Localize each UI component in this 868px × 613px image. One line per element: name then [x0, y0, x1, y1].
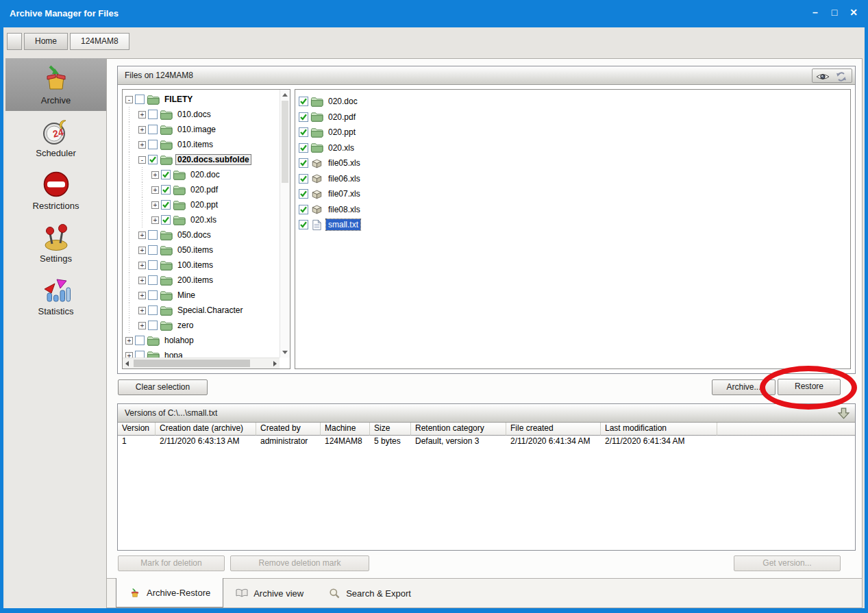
get-version-button[interactable]: Get version... — [734, 555, 841, 571]
file-list-item-file06-xls[interactable]: file06.xls — [295, 171, 850, 187]
tab-archive-restore[interactable]: Archive-Restore — [116, 578, 223, 608]
checkbox[interactable] — [148, 245, 158, 255]
maximize-button[interactable]: □ — [830, 7, 839, 18]
column-header-file-created[interactable]: File created — [506, 423, 601, 436]
scroll-down-icon[interactable] — [282, 351, 288, 354]
scroll-right-icon[interactable] — [273, 361, 277, 366]
sidebar-item-statistics[interactable]: Statistics — [5, 269, 106, 322]
file-list-item-020-doc[interactable]: 020.doc — [295, 94, 850, 110]
tree-item-020-doc[interactable]: +020.doc — [123, 167, 280, 182]
tree-item-200-items[interactable]: +200.items — [123, 273, 280, 288]
expand-icon[interactable]: + — [138, 247, 146, 254]
scroll-thumb[interactable] — [282, 101, 288, 183]
checkbox[interactable] — [135, 95, 145, 104]
tree-item-050-items[interactable]: +050.items — [123, 242, 280, 258]
checkbox[interactable] — [161, 170, 171, 179]
checkbox[interactable] — [148, 305, 158, 315]
tree-item-020-pdf[interactable]: +020.pdf — [123, 182, 280, 197]
checkbox[interactable] — [148, 260, 158, 270]
scroll-thumb-horizontal[interactable] — [134, 360, 250, 367]
file-list-item-020-pdf[interactable]: 020.pdf — [295, 110, 850, 125]
checkbox[interactable] — [148, 230, 158, 240]
tree-item-010-image[interactable]: +010.image — [123, 122, 280, 137]
checkbox[interactable] — [299, 143, 308, 153]
checkbox[interactable] — [148, 321, 158, 330]
tree-vertical-scrollbar[interactable] — [280, 90, 290, 358]
expand-icon[interactable]: + — [138, 322, 146, 329]
tree-item-holahop[interactable]: +holahop — [123, 333, 280, 348]
table-row[interactable]: 12/11/2020 6:43:13 AMadministrator124MAM… — [118, 436, 855, 449]
collapse-icon[interactable]: - — [125, 96, 133, 103]
tree-item-050-docs[interactable]: +050.docs — [123, 227, 280, 242]
checkbox[interactable] — [161, 215, 171, 225]
archive-button[interactable]: Archive... — [712, 379, 776, 395]
checkbox[interactable] — [299, 97, 308, 106]
column-header-last-modification[interactable]: Last modification — [601, 423, 717, 436]
checkbox[interactable] — [299, 189, 308, 199]
expand-icon[interactable]: + — [138, 307, 146, 314]
file-list-item-020-xls[interactable]: 020.xls — [295, 140, 850, 156]
checkbox[interactable] — [299, 205, 308, 214]
tab-home[interactable]: Home — [24, 33, 68, 50]
down-arrow-icon[interactable] — [837, 407, 850, 420]
close-button[interactable]: ✕ — [849, 7, 858, 18]
tree-item-filety[interactable]: -FILETY — [123, 92, 280, 107]
column-header-retention-category[interactable]: Retention category — [411, 423, 506, 436]
tree-horizontal-scrollbar[interactable] — [123, 358, 280, 368]
mark-for-deletion-button[interactable]: Mark for deletion — [118, 555, 225, 571]
expand-icon[interactable]: + — [138, 232, 146, 239]
tree-item-020-xls[interactable]: +020.xls — [123, 212, 280, 227]
file-list-item-file05-xls[interactable]: file05.xls — [295, 155, 850, 171]
expand-icon[interactable]: + — [138, 111, 146, 118]
scroll-left-icon[interactable] — [125, 361, 129, 366]
checkbox[interactable] — [299, 127, 308, 137]
expand-icon[interactable]: + — [138, 141, 146, 149]
clear-selection-button[interactable]: Clear selection — [118, 379, 208, 395]
sidebar-item-restrictions[interactable]: Restrictions — [5, 164, 106, 216]
file-list-item-file07-xls[interactable]: file07.xls — [295, 186, 850, 202]
checkbox[interactable] — [161, 185, 171, 195]
column-header-created-by[interactable]: Created by — [256, 423, 321, 436]
expand-icon[interactable]: + — [138, 292, 146, 299]
expand-icon[interactable]: + — [151, 186, 159, 194]
checkbox[interactable] — [135, 351, 145, 358]
tree-item-special-character[interactable]: +Special.Character — [123, 303, 280, 318]
sidebar-item-scheduler[interactable]: 24Scheduler — [5, 111, 106, 164]
expand-icon[interactable]: + — [138, 277, 146, 284]
expand-icon[interactable]: + — [125, 352, 133, 358]
column-header-creation-date-archive[interactable]: Creation date (archive) — [156, 423, 256, 436]
tree-item-hopa[interactable]: +hopa — [123, 348, 280, 358]
collapse-icon[interactable]: - — [138, 156, 146, 164]
tab-search-export[interactable]: Search & Export — [316, 579, 423, 608]
checkbox[interactable] — [299, 158, 308, 168]
file-list-item-020-ppt[interactable]: 020.ppt — [295, 125, 850, 140]
tab-124mam8[interactable]: 124MAM8 — [70, 33, 129, 50]
tree-item-010-items[interactable]: +010.items — [123, 137, 280, 152]
expand-icon[interactable]: + — [125, 337, 133, 345]
checkbox[interactable] — [148, 110, 158, 119]
tree-item-mine[interactable]: +Mine — [123, 288, 280, 303]
column-header-machine[interactable]: Machine — [321, 423, 370, 436]
checkbox[interactable] — [299, 220, 308, 229]
restore-button[interactable]: Restore — [778, 379, 841, 395]
column-header-version[interactable]: Version — [118, 423, 156, 436]
checkbox[interactable] — [148, 155, 158, 164]
tab-archive-view[interactable]: Archive view — [223, 579, 316, 608]
expand-icon[interactable]: + — [151, 171, 159, 179]
tree-item-020-docs-subfolde[interactable]: -020.docs.subfolde — [123, 152, 280, 167]
sidebar-item-settings[interactable]: Settings — [5, 216, 106, 269]
tree-item-100-items[interactable]: +100.items — [123, 258, 280, 273]
checkbox[interactable] — [148, 125, 158, 134]
tree-item-zero[interactable]: +zero — [123, 318, 280, 333]
tree-item-010-docs[interactable]: +010.docs — [123, 107, 280, 122]
expand-icon[interactable]: + — [151, 201, 159, 209]
file-list-item-file08-xls[interactable]: file08.xls — [295, 202, 850, 218]
column-header-size[interactable]: Size — [370, 423, 411, 436]
file-list-item-small-txt[interactable]: small.txt — [295, 217, 850, 233]
expand-icon[interactable]: + — [151, 216, 159, 224]
checkbox[interactable] — [148, 290, 158, 300]
checkbox[interactable] — [161, 200, 171, 210]
checkbox[interactable] — [148, 140, 158, 149]
checkbox[interactable] — [135, 336, 145, 345]
checkbox[interactable] — [148, 275, 158, 285]
